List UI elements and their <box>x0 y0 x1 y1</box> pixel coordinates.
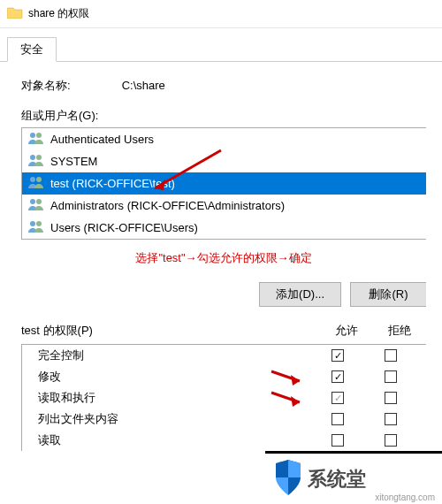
users-icon <box>27 131 45 148</box>
object-name-row: 对象名称: C:\share <box>21 73 426 108</box>
allow-checkbox[interactable] <box>332 413 344 425</box>
permission-row: 列出文件夹内容 <box>22 409 426 430</box>
permission-label: 读取和执行 <box>31 390 311 406</box>
permissions-for-label: test 的权限(P) <box>21 323 320 339</box>
svg-point-4 <box>30 177 35 182</box>
button-row: 添加(D)... 删除(R) <box>21 282 426 307</box>
instruction-note: 选择"test"→勾选允许的权限→确定 <box>21 240 426 282</box>
tab-security[interactable]: 安全 <box>7 37 57 62</box>
user-item-label: test (RICK-OFFICE\test) <box>50 177 175 190</box>
deny-checkbox[interactable] <box>385 392 397 404</box>
svg-point-6 <box>30 199 35 204</box>
allow-checkbox[interactable] <box>332 370 344 383</box>
user-list-item[interactable]: Authenticated Users <box>22 128 426 150</box>
shield-icon <box>271 458 306 500</box>
titlebar: share 的权限 <box>0 0 442 28</box>
user-item-label: SYSTEM <box>50 155 97 168</box>
add-button[interactable]: 添加(D)... <box>259 282 341 307</box>
permission-label: 列出文件夹内容 <box>31 411 311 427</box>
deny-checkbox[interactable] <box>385 349 397 362</box>
watermark: 系统堂 xitongtang.com <box>265 451 442 504</box>
permissions-header: test 的权限(P) 允许 拒绝 <box>21 307 426 344</box>
users-icon <box>27 153 45 170</box>
svg-point-2 <box>30 155 35 160</box>
user-list-item[interactable]: Administrators (RICK-OFFICE\Administrato… <box>22 195 426 217</box>
allow-checkbox[interactable] <box>332 392 344 404</box>
svg-point-1 <box>36 133 42 138</box>
permission-row: 修改 <box>22 366 426 387</box>
remove-button[interactable]: 删除(R) <box>350 282 426 307</box>
allow-checkbox[interactable] <box>332 349 344 362</box>
allow-checkbox[interactable] <box>332 434 344 447</box>
svg-point-5 <box>36 177 42 182</box>
permission-label: 修改 <box>31 369 311 385</box>
permission-label: 完全控制 <box>31 347 311 363</box>
watermark-url: xitongtang.com <box>375 493 435 502</box>
permissions-list: 完全控制修改读取和执行列出文件夹内容读取 <box>21 344 426 451</box>
deny-checkbox[interactable] <box>385 434 397 447</box>
users-icon <box>27 197 45 214</box>
permission-row: 读取和执行 <box>22 387 426 409</box>
group-users-label: 组或用户名(G): <box>21 108 426 127</box>
user-list-item[interactable]: test (RICK-OFFICE\test) <box>22 172 426 195</box>
user-item-label: Users (RICK-OFFICE\Users) <box>50 221 198 234</box>
svg-point-3 <box>36 155 42 160</box>
user-item-label: Administrators (RICK-OFFICE\Administrato… <box>50 199 285 212</box>
watermark-text: 系统堂 <box>308 466 366 493</box>
permission-label: 读取 <box>31 432 311 448</box>
permission-row: 读取 <box>22 430 426 451</box>
deny-checkbox[interactable] <box>385 413 397 425</box>
object-name-label: 对象名称: <box>21 78 118 94</box>
users-icon <box>27 175 45 192</box>
user-list-item[interactable]: Users (RICK-OFFICE\Users) <box>22 217 426 239</box>
object-path: C:\share <box>122 79 165 92</box>
allow-column-header: 允许 <box>320 323 373 339</box>
user-list[interactable]: Authenticated UsersSYSTEMtest (RICK-OFFI… <box>21 127 426 240</box>
svg-point-9 <box>36 221 42 226</box>
user-item-label: Authenticated Users <box>50 133 154 146</box>
user-list-item[interactable]: SYSTEM <box>22 150 426 172</box>
tab-row: 安全 <box>0 28 442 62</box>
permission-row: 完全控制 <box>22 345 426 366</box>
folder-icon <box>7 6 23 22</box>
svg-point-7 <box>36 199 42 204</box>
window-title: share 的权限 <box>28 6 89 21</box>
deny-column-header: 拒绝 <box>373 323 426 339</box>
svg-point-8 <box>30 221 35 226</box>
deny-checkbox[interactable] <box>385 370 397 383</box>
users-icon <box>27 219 45 236</box>
svg-point-0 <box>30 133 35 138</box>
